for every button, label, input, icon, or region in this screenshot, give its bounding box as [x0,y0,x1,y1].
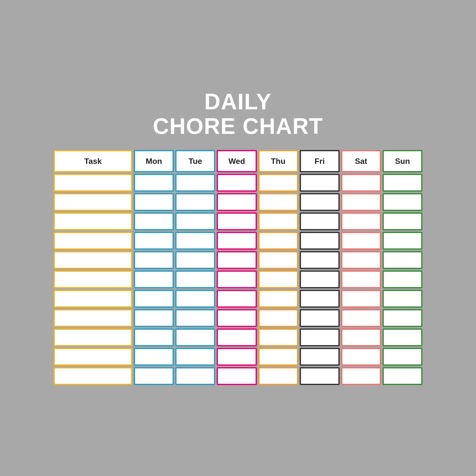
cell-sat-row5[interactable] [341,251,381,269]
cell-sat-row10[interactable] [341,348,381,366]
cell-wed-row11[interactable] [217,367,257,385]
table-row[interactable] [54,348,422,366]
cell-fri-row5[interactable] [300,251,340,269]
cell-sat-row8[interactable] [341,309,381,327]
cell-thu-row10[interactable] [258,348,298,366]
cell-thu-row6[interactable] [258,270,298,288]
cell-thu-row8[interactable] [258,309,298,327]
cell-sun-row2[interactable] [383,193,422,211]
cell-fri-row4[interactable] [300,232,340,250]
table-row[interactable] [54,367,422,385]
cell-sat-row11[interactable] [341,367,381,385]
table-row[interactable] [54,270,422,288]
cell-thu-row7[interactable] [258,290,298,308]
cell-task-row5[interactable] [54,251,132,269]
cell-mon-row1[interactable] [134,174,174,192]
cell-thu-row4[interactable] [258,232,298,250]
cell-thu-row5[interactable] [258,251,298,269]
cell-tue-row11[interactable] [175,367,215,385]
table-row[interactable] [54,174,422,192]
table-row[interactable] [54,328,422,346]
cell-task-row2[interactable] [54,193,132,211]
table-row[interactable] [54,251,422,269]
cell-mon-row9[interactable] [134,328,174,346]
cell-task-row3[interactable] [54,212,132,230]
cell-wed-row7[interactable] [217,290,257,308]
cell-sun-row11[interactable] [383,367,422,385]
cell-wed-row4[interactable] [217,232,257,250]
cell-tue-row6[interactable] [175,270,215,288]
cell-tue-row5[interactable] [175,251,215,269]
cell-tue-row2[interactable] [175,193,215,211]
table-row[interactable] [54,193,422,211]
cell-sun-row3[interactable] [383,212,422,230]
table-row[interactable] [54,309,422,327]
cell-fri-row8[interactable] [300,309,340,327]
cell-sat-row4[interactable] [341,232,381,250]
cell-sat-row2[interactable] [341,193,381,211]
thu-label: Thu [271,157,286,166]
cell-thu-row3[interactable] [258,212,298,230]
cell-sun-row6[interactable] [383,270,422,288]
cell-tue-row8[interactable] [175,309,215,327]
cell-sat-row7[interactable] [341,290,381,308]
cell-sat-row3[interactable] [341,212,381,230]
cell-tue-row1[interactable] [175,174,215,192]
table-row[interactable] [54,212,422,230]
cell-wed-row3[interactable] [217,212,257,230]
cell-fri-row2[interactable] [300,193,340,211]
cell-mon-row8[interactable] [134,309,174,327]
cell-task-row6[interactable] [54,270,132,288]
cell-sun-row10[interactable] [383,348,422,366]
cell-wed-row5[interactable] [217,251,257,269]
cell-fri-row10[interactable] [300,348,340,366]
cell-tue-row10[interactable] [175,348,215,366]
cell-sun-row1[interactable] [383,174,422,192]
cell-mon-row10[interactable] [134,348,174,366]
cell-sat-row6[interactable] [341,270,381,288]
cell-sat-row9[interactable] [341,328,381,346]
cell-task-row9[interactable] [54,328,132,346]
cell-wed-row6[interactable] [217,270,257,288]
cell-mon-row2[interactable] [134,193,174,211]
cell-tue-row7[interactable] [175,290,215,308]
cell-sun-row5[interactable] [383,251,422,269]
cell-mon-row4[interactable] [134,232,174,250]
cell-fri-row3[interactable] [300,212,340,230]
cell-thu-row11[interactable] [258,367,298,385]
cell-fri-row6[interactable] [300,270,340,288]
cell-fri-row9[interactable] [300,328,340,346]
cell-task-row4[interactable] [54,232,132,250]
cell-task-row8[interactable] [54,309,132,327]
cell-sun-row7[interactable] [383,290,422,308]
cell-sun-row8[interactable] [383,309,422,327]
cell-tue-row9[interactable] [175,328,215,346]
cell-task-row11[interactable] [54,367,132,385]
cell-fri-row1[interactable] [300,174,340,192]
cell-thu-row2[interactable] [258,193,298,211]
cell-fri-row7[interactable] [300,290,340,308]
cell-wed-row8[interactable] [217,309,257,327]
cell-tue-row4[interactable] [175,232,215,250]
cell-mon-row3[interactable] [134,212,174,230]
cell-wed-row9[interactable] [217,328,257,346]
cell-task-row1[interactable] [54,174,132,192]
cell-thu-row1[interactable] [258,174,298,192]
cell-task-row10[interactable] [54,348,132,366]
cell-tue-row3[interactable] [175,212,215,230]
cell-fri-row11[interactable] [300,367,340,385]
cell-task-row7[interactable] [54,290,132,308]
cell-mon-row5[interactable] [134,251,174,269]
cell-sat-row1[interactable] [341,174,381,192]
cell-wed-row2[interactable] [217,193,257,211]
table-row[interactable] [54,232,422,250]
cell-wed-row1[interactable] [217,174,257,192]
cell-thu-row9[interactable] [258,328,298,346]
cell-mon-row11[interactable] [134,367,174,385]
table-row[interactable] [54,290,422,308]
cell-wed-row10[interactable] [217,348,257,366]
cell-sun-row4[interactable] [383,232,422,250]
cell-mon-row7[interactable] [134,290,174,308]
cell-sun-row9[interactable] [383,328,422,346]
cell-mon-row6[interactable] [134,270,174,288]
